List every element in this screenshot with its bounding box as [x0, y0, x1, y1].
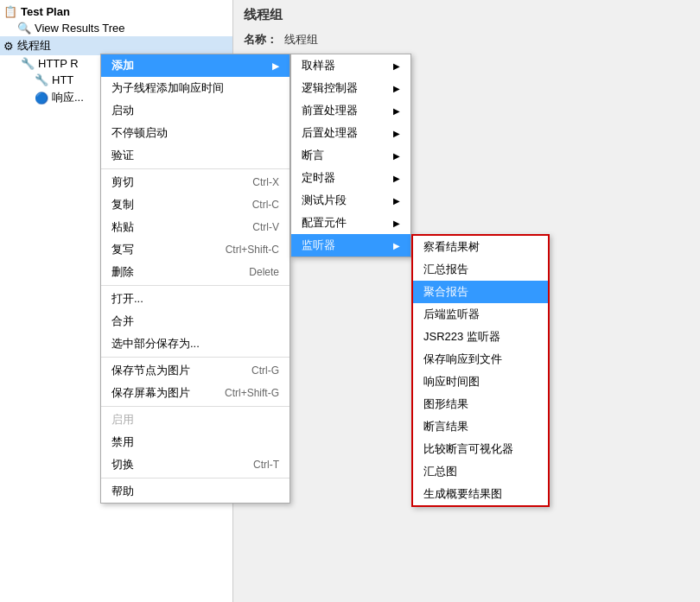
- listener-generate-summary[interactable]: 生成概要结果图: [413, 483, 548, 505]
- submenu-test-fragment[interactable]: 测试片段 ▶: [291, 189, 410, 212]
- submenu-timer[interactable]: 定时器 ▶: [291, 167, 410, 189]
- listener-arrow-icon: ▶: [393, 241, 400, 250]
- add-response-time-label: 为子线程添加响应时间: [111, 80, 224, 96]
- assertion-label: 断言: [302, 148, 324, 163]
- submenu-listener[interactable]: 监听器 ▶: [291, 234, 410, 257]
- response-icon: 🔵: [35, 92, 48, 105]
- http-sub-icon: 🔧: [35, 73, 48, 86]
- menu-item-paste[interactable]: 粘贴 Ctrl-V: [101, 216, 290, 238]
- menu-item-cut[interactable]: 剪切 Ctrl-X: [101, 171, 290, 193]
- thread-group-icon: ⚙: [3, 40, 14, 53]
- response-time-graph-label: 响应时间图: [423, 374, 480, 390]
- assertion-arrow-icon: ▶: [393, 151, 400, 161]
- submenu-pre-processor[interactable]: 前置处理器 ▶: [291, 99, 410, 122]
- menu-item-save-screen[interactable]: 保存屏幕为图片 Ctrl+Shift-G: [101, 382, 290, 404]
- submenu-assertion[interactable]: 断言 ▶: [291, 144, 410, 167]
- save-node-shortcut: Ctrl-G: [251, 364, 279, 377]
- open-label: 打开...: [111, 291, 143, 307]
- paste-shortcut: Ctrl-V: [252, 221, 279, 233]
- menu-item-overwrite[interactable]: 复写 Ctrl+Shift-C: [101, 238, 290, 261]
- submenu-post-processor[interactable]: 后置处理器 ▶: [291, 122, 410, 144]
- menu-item-enable[interactable]: 启用: [101, 409, 290, 431]
- menu-item-merge[interactable]: 合并: [101, 310, 290, 333]
- toggle-shortcut: Ctrl-T: [253, 459, 279, 471]
- listener-aggregate-report[interactable]: 聚合报告: [413, 281, 548, 303]
- toggle-label: 切换: [111, 457, 134, 472]
- sampler-label: 取样器: [302, 58, 335, 73]
- logic-controller-arrow-icon: ▶: [393, 84, 400, 93]
- http-request-icon: 🔧: [21, 57, 35, 70]
- sampler-arrow-icon: ▶: [393, 61, 400, 71]
- listener-aggregate-graph[interactable]: 汇总图: [413, 460, 548, 483]
- submenu-sampler[interactable]: 取样器 ▶: [291, 54, 410, 77]
- assertion-results-label: 断言结果: [423, 419, 468, 434]
- listener-jsr223[interactable]: JSR223 监听器: [413, 326, 548, 348]
- separator-1: [101, 168, 290, 169]
- listener-compare-assertion[interactable]: 比较断言可视化器: [413, 438, 548, 460]
- menu-item-add-response-time[interactable]: 为子线程添加响应时间: [101, 77, 290, 99]
- config-element-arrow-icon: ▶: [393, 219, 400, 228]
- menu-item-add[interactable]: 添加 ▶: [101, 54, 290, 77]
- pre-processor-label: 前置处理器: [302, 103, 358, 118]
- listener-view-results-tree[interactable]: 察看结果树: [413, 236, 548, 258]
- listener-save-response[interactable]: 保存响应到文件: [413, 348, 548, 371]
- tree-item-view-results[interactable]: 🔍 View Results Tree: [0, 20, 232, 36]
- context-menu: 添加 ▶ 为子线程添加响应时间 启动 不停顿启动 验证 剪切 Ctrl-X 复制…: [100, 54, 290, 504]
- view-results-label: View Results Tree: [35, 22, 125, 35]
- save-partial-label: 选中部分保存为...: [111, 336, 200, 352]
- menu-item-delete[interactable]: 删除 Delete: [101, 261, 290, 283]
- summary-report-label: 汇总报告: [423, 262, 468, 277]
- menu-item-help[interactable]: 帮助: [101, 480, 290, 503]
- separator-5: [101, 478, 290, 478]
- compare-assertion-label: 比较断言可视化器: [423, 441, 513, 457]
- listener-backend[interactable]: 后端监听器: [413, 303, 548, 326]
- aggregate-graph-label: 汇总图: [423, 464, 457, 479]
- test-fragment-label: 测试片段: [302, 193, 347, 208]
- cut-label: 剪切: [111, 174, 134, 190]
- delete-shortcut: Delete: [249, 266, 279, 278]
- listener-submenu: 察看结果树 汇总报告 聚合报告 后端监听器 JSR223 监听器 保存响应到文件…: [411, 234, 550, 507]
- config-element-label: 配置元件: [302, 215, 347, 231]
- tree-item-thread-group[interactable]: ⚙ 线程组: [0, 36, 232, 55]
- non-stop-start-label: 不停顿启动: [111, 125, 168, 141]
- logic-controller-label: 逻辑控制器: [302, 80, 358, 96]
- listener-summary-report[interactable]: 汇总报告: [413, 258, 548, 281]
- overwrite-shortcut: Ctrl+Shift-C: [226, 244, 279, 256]
- test-plan-icon: 📋: [3, 5, 17, 18]
- generate-summary-label: 生成概要结果图: [423, 486, 502, 502]
- timer-arrow-icon: ▶: [393, 174, 400, 183]
- response-label: 响应...: [52, 90, 84, 105]
- submenu-config-element[interactable]: 配置元件 ▶: [291, 212, 410, 234]
- listener-assertion-results[interactable]: 断言结果: [413, 415, 548, 438]
- listener-label: 监听器: [302, 238, 335, 253]
- validate-label: 验证: [111, 148, 134, 163]
- save-response-label: 保存响应到文件: [423, 352, 502, 367]
- menu-item-save-partial[interactable]: 选中部分保存为...: [101, 333, 290, 355]
- view-results-icon: 🔍: [17, 22, 31, 35]
- paste-label: 粘贴: [111, 219, 134, 235]
- start-label: 启动: [111, 103, 134, 118]
- tree-item-test-plan[interactable]: 📋 Test Plan: [0, 3, 232, 20]
- menu-item-save-node[interactable]: 保存节点为图片 Ctrl-G: [101, 359, 290, 382]
- pre-processor-arrow-icon: ▶: [393, 106, 400, 116]
- timer-label: 定时器: [302, 170, 335, 186]
- disable-label: 禁用: [111, 434, 134, 450]
- separator-3: [101, 357, 290, 358]
- menu-item-non-stop-start[interactable]: 不停顿启动: [101, 122, 290, 144]
- menu-item-start[interactable]: 启动: [101, 99, 290, 122]
- copy-shortcut: Ctrl-C: [252, 199, 279, 211]
- listener-response-time-graph[interactable]: 响应时间图: [413, 371, 548, 393]
- menu-item-toggle[interactable]: 切换 Ctrl-T: [101, 453, 290, 476]
- separator-2: [101, 285, 290, 286]
- delete-label: 删除: [111, 264, 134, 280]
- listener-graph-results[interactable]: 图形结果: [413, 393, 548, 415]
- menu-item-open[interactable]: 打开...: [101, 288, 290, 310]
- view-results-tree-label: 察看结果树: [423, 239, 480, 255]
- menu-item-validate[interactable]: 验证: [101, 144, 290, 167]
- separator-4: [101, 406, 290, 407]
- menu-item-disable[interactable]: 禁用: [101, 431, 290, 453]
- submenu-logic-controller[interactable]: 逻辑控制器 ▶: [291, 77, 410, 99]
- name-value: 线程组: [284, 32, 318, 48]
- add-arrow-icon: ▶: [272, 61, 279, 71]
- menu-item-copy[interactable]: 复制 Ctrl-C: [101, 193, 290, 216]
